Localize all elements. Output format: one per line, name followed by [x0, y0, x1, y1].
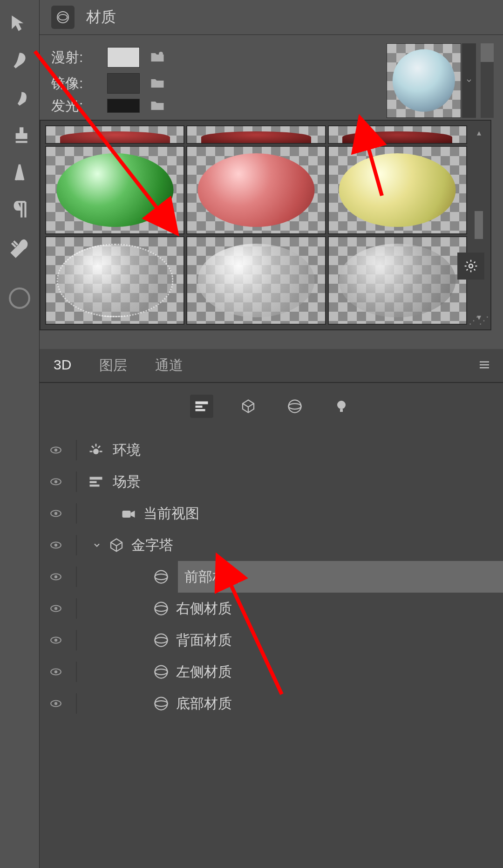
svg-point-20	[54, 512, 58, 515]
tool-mixer-brush[interactable]	[0, 79, 39, 116]
mirror-swatch[interactable]	[107, 73, 140, 94]
svg-rect-10	[340, 409, 343, 412]
visibility-toggle[interactable]	[47, 472, 65, 491]
filter-scene-icon[interactable]	[190, 395, 213, 418]
scene-icon	[88, 473, 104, 490]
picker-scroll-up[interactable]: ▴	[472, 128, 486, 138]
tool-text[interactable]	[0, 154, 39, 191]
tree-row-left-material[interactable]: 左侧材质	[40, 656, 503, 688]
tree-row-scene[interactable]: 场景	[40, 466, 503, 498]
svg-rect-17	[90, 481, 97, 484]
material-icon	[153, 632, 170, 649]
svg-point-35	[155, 637, 168, 643]
visibility-toggle[interactable]	[47, 441, 65, 459]
visibility-toggle[interactable]	[47, 536, 65, 554]
mirror-folder-icon[interactable]	[149, 75, 166, 92]
picker-settings-button[interactable]	[457, 253, 484, 280]
tool-stamp[interactable]	[0, 116, 39, 154]
svg-point-13	[93, 449, 99, 454]
filter-material-icon[interactable]	[283, 395, 306, 418]
expand-icon[interactable]	[92, 540, 102, 550]
svg-point-39	[155, 669, 168, 675]
tree-row-environment[interactable]: 环境	[40, 434, 503, 466]
diffuse-texture-icon[interactable]	[149, 49, 166, 66]
material-thumb[interactable]	[45, 125, 184, 144]
svg-point-34	[155, 634, 168, 647]
svg-rect-18	[90, 485, 100, 487]
material-thumb-glass3[interactable]	[328, 236, 467, 325]
visibility-toggle[interactable]	[47, 504, 65, 523]
tree-row-bottom-material[interactable]: 底部材质	[40, 688, 503, 719]
visibility-toggle[interactable]	[47, 631, 65, 649]
material-thumb-glass2[interactable]	[186, 236, 326, 325]
material-panel-header: 材质	[40, 0, 503, 35]
glow-folder-icon[interactable]	[149, 97, 166, 114]
material-icon	[153, 663, 170, 680]
tree-row-front-material[interactable]: 前部材质	[40, 561, 503, 593]
material-thumb-green[interactable]	[45, 146, 184, 234]
svg-rect-21	[122, 511, 131, 518]
tree-row-view[interactable]: 当前视图	[40, 498, 503, 529]
tab-channels[interactable]: 通道	[141, 349, 197, 382]
lower-panel: 3D 图层 通道	[40, 349, 503, 868]
camera-icon	[120, 505, 137, 522]
svg-point-9	[337, 401, 346, 409]
picker-scrollbar-thumb[interactable]	[475, 211, 483, 239]
tab-3d[interactable]: 3D	[40, 349, 85, 382]
svg-point-33	[54, 639, 58, 642]
tree-row-back-material[interactable]: 背面材质	[40, 624, 503, 656]
material-preview[interactable]	[387, 43, 461, 118]
svg-rect-4	[195, 402, 208, 404]
material-thumb[interactable]	[186, 125, 326, 144]
svg-point-15	[54, 480, 58, 484]
diffuse-swatch[interactable]	[107, 47, 140, 68]
glow-swatch[interactable]	[107, 99, 140, 113]
environment-icon	[88, 442, 104, 458]
material-thumb-red[interactable]	[186, 146, 326, 234]
material-thumb-yellow[interactable]	[328, 146, 467, 234]
svg-point-30	[155, 602, 168, 615]
svg-point-43	[155, 701, 168, 706]
tree-label: 场景	[113, 472, 141, 492]
visibility-toggle[interactable]	[47, 663, 65, 681]
svg-point-2	[159, 52, 163, 56]
material-preview-dropdown[interactable]	[462, 43, 476, 118]
tree-label: 金字塔	[131, 536, 173, 555]
tool-pilcrow[interactable]	[0, 191, 39, 228]
tree-label: 右侧材质	[176, 599, 232, 618]
tree-row-right-material[interactable]: 右侧材质	[40, 593, 503, 624]
left-toolbar	[0, 0, 40, 868]
material-thumb-glass1[interactable]	[45, 236, 184, 325]
material-icon	[153, 695, 170, 712]
scene-tree: 环境 场景 当前视图	[40, 430, 503, 724]
glow-label: 发光:	[51, 96, 98, 116]
tool-pointer[interactable]	[0, 5, 39, 42]
svg-point-38	[155, 666, 168, 678]
filter-light-icon[interactable]	[330, 395, 353, 418]
visibility-toggle[interactable]	[47, 599, 65, 618]
visibility-toggle[interactable]	[47, 694, 65, 713]
svg-rect-16	[90, 477, 102, 480]
panel-menu-icon[interactable]	[477, 358, 503, 374]
tree-row-pyramid[interactable]: 金字塔	[40, 529, 503, 561]
svg-rect-6	[195, 409, 205, 411]
svg-point-29	[54, 607, 58, 610]
mesh-icon	[108, 537, 125, 554]
tool-wrench[interactable]	[0, 228, 39, 266]
tab-layers[interactable]: 图层	[85, 349, 141, 382]
svg-point-37	[54, 670, 58, 674]
filter-mesh-icon[interactable]	[237, 395, 260, 418]
svg-point-41	[54, 702, 58, 705]
resize-grip-icon[interactable]: ⋰⋰	[469, 314, 489, 327]
svg-point-8	[288, 403, 301, 409]
visibility-toggle[interactable]	[47, 567, 65, 586]
material-thumb[interactable]	[328, 125, 467, 144]
svg-rect-5	[195, 406, 202, 408]
creative-cloud-icon[interactable]	[0, 280, 39, 317]
svg-point-26	[155, 571, 168, 583]
tool-brush[interactable]	[0, 42, 39, 79]
svg-point-42	[155, 697, 168, 710]
preview-scrollbar[interactable]	[481, 43, 494, 118]
svg-point-31	[155, 606, 168, 611]
material-picker-popup: ▴ ▾	[40, 120, 491, 330]
